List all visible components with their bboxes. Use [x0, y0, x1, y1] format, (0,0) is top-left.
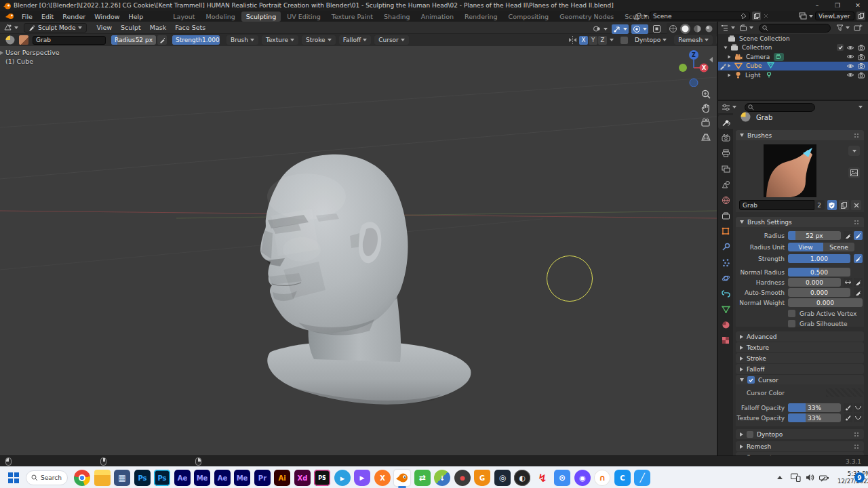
viewport-menu-face-sets[interactable]: Face Sets: [175, 24, 205, 31]
render-visibility-icon[interactable]: [857, 54, 865, 60]
symmetry-x-button[interactable]: X: [579, 36, 588, 45]
render-visibility-icon[interactable]: [857, 44, 865, 51]
advanced-panel-header[interactable]: Advanced: [736, 331, 864, 342]
brush-settings-panel-header[interactable]: Brush Settings: [736, 217, 864, 227]
dyntopo-dropdown[interactable]: Dyntopo: [631, 35, 671, 45]
tab-physics-properties[interactable]: [718, 271, 733, 285]
tab-object-properties[interactable]: [718, 224, 733, 238]
outliner-row-camera[interactable]: Camera: [718, 52, 868, 62]
tab-render-properties[interactable]: [718, 131, 733, 144]
tab-world-properties[interactable]: [718, 193, 733, 207]
strength-value-slider[interactable]: 1.000: [788, 254, 850, 263]
tab-output-properties[interactable]: [718, 146, 733, 160]
hide-eye-icon[interactable]: [846, 54, 854, 60]
taskbar-icon-media-encoder-2[interactable]: Me: [234, 470, 250, 486]
taskbar-icon-after-effects[interactable]: Ae: [174, 470, 191, 486]
workspace-tab-sculpting[interactable]: Sculpting: [241, 12, 281, 22]
taskbar-search[interactable]: Search: [26, 470, 68, 485]
taskbar-icon-chrome[interactable]: [74, 470, 90, 486]
camera-view-icon[interactable]: [700, 117, 712, 129]
taskbar-icon-idm[interactable]: ↓: [434, 470, 450, 486]
taskbar-icon-c-app[interactable]: C: [614, 470, 631, 486]
new-collection-icon[interactable]: [854, 24, 863, 32]
toolbar-toggle-arrow-icon[interactable]: [0, 51, 3, 55]
radius-slider[interactable]: Radius 52 px: [111, 35, 156, 45]
stroke-dropdown[interactable]: Stroke: [302, 35, 336, 45]
pan-view-hand-icon[interactable]: [700, 102, 712, 115]
workspace-tab-modeling[interactable]: Modeling: [201, 12, 240, 22]
new-viewlayer-button[interactable]: [856, 12, 865, 20]
cursor-dropdown[interactable]: Cursor: [374, 35, 409, 45]
grab-active-vertex-row[interactable]: Grab Active Vertex: [788, 310, 856, 317]
falloff-dropdown[interactable]: Falloff: [339, 35, 372, 45]
texture-opacity-slider[interactable]: 33%: [788, 413, 841, 422]
tray-speaker-icon[interactable]: [806, 473, 814, 482]
pin-icon[interactable]: [741, 13, 747, 19]
render-visibility-icon[interactable]: [857, 62, 865, 69]
properties-search-input[interactable]: [745, 103, 815, 112]
panel-grip-icon[interactable]: [854, 444, 860, 449]
falloff-brush-button[interactable]: [844, 403, 852, 412]
tab-scene-properties[interactable]: [718, 178, 733, 191]
workspace-tab-geometry-nodes[interactable]: Geometry Nodes: [555, 12, 618, 22]
properties-options-caret-icon[interactable]: [859, 106, 863, 108]
duplicate-brush-button[interactable]: [839, 200, 849, 210]
workspace-tab-texture-paint[interactable]: Texture Paint: [327, 12, 378, 22]
taskbar-icon-file-explorer[interactable]: [94, 470, 111, 486]
taskbar-icon-photoshop-2[interactable]: Ps: [154, 470, 170, 486]
fake-user-shield-button[interactable]: [827, 200, 837, 210]
taskbar-icon-photoshop[interactable]: Ps: [134, 470, 151, 486]
viewport-menu-mask[interactable]: Mask: [150, 24, 166, 31]
tab-constraint-properties[interactable]: [718, 287, 733, 300]
texture-dropdown[interactable]: Texture: [262, 35, 298, 45]
cursor-color-swatch[interactable]: [788, 388, 864, 397]
brush-dropdown[interactable]: Brush: [226, 35, 258, 45]
normal-weight-slider[interactable]: 0.000: [788, 298, 863, 307]
taskbar-icon-xampp[interactable]: X: [374, 470, 391, 486]
taskbar-icon-g-shield[interactable]: G: [474, 470, 490, 486]
menu-help[interactable]: Help: [129, 13, 144, 20]
unlink-scene-icon[interactable]: [764, 14, 768, 18]
hardness-invert-button[interactable]: [844, 278, 852, 287]
taskbar-icon-obs[interactable]: ◐: [514, 470, 530, 486]
taskbar-icon-share-tool[interactable]: ⇄: [414, 470, 431, 486]
viewlayer-dropdown-caret-icon[interactable]: [809, 15, 813, 18]
hardness-slider[interactable]: 0.000: [788, 278, 841, 287]
navigation-gizmo[interactable]: Z X: [675, 49, 713, 87]
brushes-panel-header[interactable]: Brushes: [736, 130, 864, 140]
outliner-display-mode-button[interactable]: [721, 24, 735, 32]
outliner-funnel-button[interactable]: [836, 24, 850, 31]
workspace-tab-shading[interactable]: Shading: [379, 12, 415, 22]
grab-active-vertex-checkbox[interactable]: [788, 310, 795, 317]
tray-battery-pen-icon[interactable]: [819, 473, 829, 482]
hardness-pen-button[interactable]: [854, 278, 863, 287]
taskbar-icon-proton[interactable]: ◉: [574, 470, 591, 486]
tab-viewlayer-properties[interactable]: [718, 162, 733, 176]
overlays-toggle-button[interactable]: [631, 24, 648, 34]
taskbar-icon-pencil-app[interactable]: ╱: [634, 470, 650, 486]
strength-slider[interactable]: Strength 1.000: [172, 35, 220, 45]
taskbar-icon-premiere[interactable]: Pr: [254, 470, 271, 486]
hide-eye-icon[interactable]: [846, 63, 854, 69]
panel-grip-icon[interactable]: [854, 133, 860, 138]
zoom-view-icon[interactable]: [700, 88, 712, 100]
brush-select-dropdown-button[interactable]: [848, 146, 860, 156]
taskbar-icon-n-vpn[interactable]: ∩: [594, 470, 610, 486]
radius-pressure-button[interactable]: [854, 231, 863, 240]
viewlayer-icon[interactable]: [799, 12, 807, 20]
texture-curve-button[interactable]: [854, 413, 863, 422]
taskbar-icon-power-app[interactable]: ⊙: [554, 470, 570, 486]
cursor-panel-header[interactable]: Cursor: [736, 375, 864, 385]
properties-editor-icon[interactable]: [722, 104, 730, 111]
panel-grip-icon[interactable]: [854, 220, 860, 224]
taskbar-icon-illustrator[interactable]: Ai: [274, 470, 290, 486]
close-button[interactable]: ✕: [848, 0, 868, 11]
properties-editor-caret-icon[interactable]: [732, 106, 736, 108]
outliner-filter-type-button[interactable]: [739, 24, 753, 32]
viewport-menu-view[interactable]: View: [97, 24, 113, 31]
blender-menu-icon[interactable]: [5, 13, 15, 20]
remesh-dropdown[interactable]: Remesh: [674, 35, 713, 45]
auto-smooth-pen-button[interactable]: [854, 288, 863, 297]
tab-object-data-properties[interactable]: [718, 302, 733, 316]
outliner-row-cube-selected[interactable]: Cube: [718, 62, 868, 71]
